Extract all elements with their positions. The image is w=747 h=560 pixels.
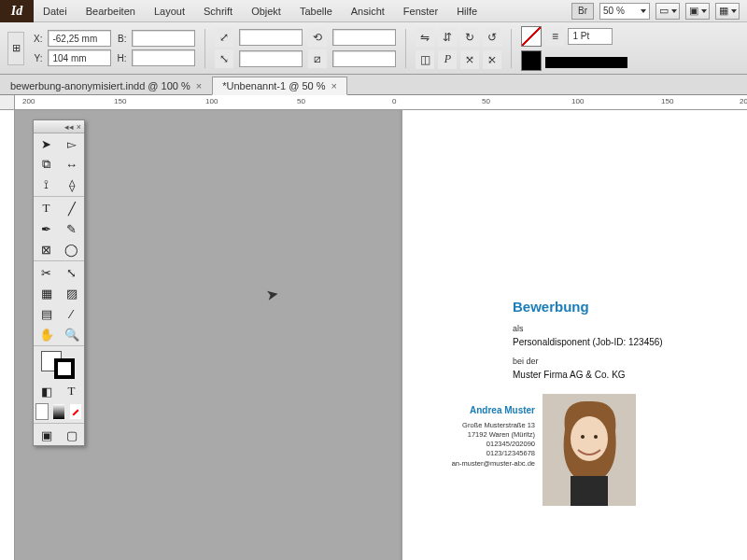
arrange-button[interactable]: ▦ <box>715 3 740 20</box>
ellipse-tool[interactable]: ◯ <box>59 239 84 259</box>
doc-tab-2-label: *Unbenannt-1 @ 50 % <box>222 80 325 91</box>
rotate-input[interactable] <box>332 29 396 46</box>
select-content-icon[interactable]: P <box>438 50 457 69</box>
line-tool[interactable]: ╱ <box>59 198 84 218</box>
toolbox[interactable]: ◂◂× ➤ ▻ ⧉ ↔ ⟟ ⟠ T ╱ ✒ ✎ ⊠ ◯ ✂ ⤡ ▦ ▨ ▤ ⁄ … <box>33 119 85 446</box>
scale-y-input[interactable] <box>239 50 303 67</box>
ruler-tick: 100 <box>205 97 218 105</box>
cover-position: Personaldisponent (Job-ID: 123456) <box>513 337 729 347</box>
menu-schrift[interactable]: Schrift <box>194 0 242 22</box>
flip-v-icon[interactable]: ⇵ <box>438 28 457 47</box>
scale-y-icon: ⤡ <box>215 49 233 68</box>
stroke-swatch[interactable] <box>521 50 542 71</box>
screen-mode-button[interactable]: ▣ <box>685 3 710 20</box>
control-bar: ⊞ X: -62,25 mm B: Y: 104 mm H: ⤢ ⟲ ⤡ ⧄ ⇋… <box>0 22 747 75</box>
pencil-tool[interactable]: ✎ <box>59 218 84 239</box>
reference-point-icon[interactable]: ⊞ <box>7 32 24 65</box>
stroke-style-combo[interactable] <box>545 57 627 68</box>
doc-tab-1[interactable]: bewerbung-anonymisiert.indd @ 100 % × <box>0 77 212 94</box>
menu-datei[interactable]: Datei <box>34 0 77 22</box>
apply-gradient-icon[interactable] <box>52 403 65 420</box>
menu-objekt[interactable]: Objekt <box>242 0 290 22</box>
menu-ansicht[interactable]: Ansicht <box>342 0 394 22</box>
shear-input[interactable] <box>332 50 396 67</box>
pen-tool[interactable]: ✒ <box>34 218 59 239</box>
normal-view-icon[interactable]: ▣ <box>34 425 59 445</box>
shear-icon: ⧄ <box>308 49 327 68</box>
fit-content-icon[interactable]: ⤧ <box>460 50 479 69</box>
toolbox-header[interactable]: ◂◂× <box>34 120 84 133</box>
bridge-button[interactable]: Br <box>571 3 594 20</box>
close-icon[interactable]: × <box>331 80 336 91</box>
hand-tool[interactable]: ✋ <box>34 324 59 344</box>
cover-at: bei der <box>513 357 729 366</box>
free-transform-tool[interactable]: ⤡ <box>59 262 84 283</box>
zoom-value: 50 % <box>603 6 625 16</box>
content-placer-tool[interactable]: ⟠ <box>59 175 84 195</box>
fit-frame-icon[interactable]: ⤪ <box>483 50 501 69</box>
horizontal-ruler[interactable]: 200 150 100 50 0 50 100 150 200 <box>15 95 747 110</box>
cover-as: als <box>513 324 729 333</box>
page[interactable]: Bewerbung als Personaldisponent (Job-ID:… <box>402 110 747 560</box>
menu-bearbeiten[interactable]: Bearbeiten <box>77 0 145 22</box>
rotate-icon: ⟲ <box>308 28 327 47</box>
formatting-container-icon[interactable]: ◧ <box>34 381 59 401</box>
applicant-photo <box>543 394 636 506</box>
vertical-ruler[interactable] <box>0 95 15 560</box>
menu-fenster[interactable]: Fenster <box>394 0 447 22</box>
ruler-tick: 150 <box>661 97 673 105</box>
direct-selection-tool[interactable]: ▻ <box>59 133 84 154</box>
x-input[interactable]: -62,25 mm <box>48 30 111 47</box>
close-icon[interactable]: × <box>196 80 202 91</box>
svg-point-4 <box>594 435 598 439</box>
w-input[interactable] <box>132 30 195 47</box>
menubar: Id Datei Bearbeiten Layout Schrift Objek… <box>0 0 747 22</box>
selection-tool[interactable]: ➤ <box>34 133 59 154</box>
addr-line: 0123/12345678 <box>444 449 535 458</box>
ruler-tick: 0 <box>392 97 396 105</box>
note-tool[interactable]: ▤ <box>34 303 59 324</box>
gradient-swatch-tool[interactable]: ▦ <box>34 283 59 303</box>
rotate-ccw-icon[interactable]: ↺ <box>483 28 501 47</box>
view-mode-button[interactable]: ▭ <box>655 3 680 20</box>
eyedropper-tool[interactable]: ⁄ <box>59 303 84 324</box>
w-label: B: <box>117 34 126 44</box>
stroke-weight-input[interactable]: 1 Pt <box>568 28 613 45</box>
h-input[interactable] <box>132 49 195 66</box>
rotate-cw-icon[interactable]: ↻ <box>460 28 479 47</box>
content-collector-tool[interactable]: ⟟ <box>34 175 59 195</box>
fill-stroke-swatch[interactable] <box>34 347 84 381</box>
preview-view-icon[interactable]: ▢ <box>59 425 84 445</box>
menu-hilfe[interactable]: Hilfe <box>447 0 486 22</box>
addr-line: an-muster@muster-abc.de <box>444 459 535 469</box>
close-icon[interactable]: × <box>77 122 81 132</box>
fill-swatch[interactable] <box>521 26 542 47</box>
menu-layout[interactable]: Layout <box>145 0 194 22</box>
zoom-combo[interactable]: 50 % <box>599 3 650 20</box>
zoom-tool[interactable]: 🔍 <box>59 324 84 344</box>
applicant-name: Andrea Muster <box>444 405 535 415</box>
scale-x-input[interactable] <box>239 29 303 46</box>
ruler-tick: 200 <box>740 97 747 105</box>
rectangle-frame-tool[interactable]: ⊠ <box>34 239 59 259</box>
gap-tool[interactable]: ↔ <box>59 154 84 175</box>
type-tool[interactable]: T <box>34 198 59 218</box>
y-label: Y: <box>34 53 42 63</box>
scissors-tool[interactable]: ✂ <box>34 262 59 283</box>
ruler-tick: 50 <box>297 97 305 105</box>
formatting-text-icon[interactable]: T <box>59 381 84 401</box>
select-container-icon[interactable]: ◫ <box>416 50 434 69</box>
flip-h-icon[interactable]: ⇋ <box>416 28 434 47</box>
pasteboard[interactable]: Bewerbung als Personaldisponent (Job-ID:… <box>15 110 747 560</box>
h-label: H: <box>117 53 126 63</box>
page-tool[interactable]: ⧉ <box>34 154 59 175</box>
collapse-icon[interactable]: ◂◂ <box>64 122 74 132</box>
apply-color-icon[interactable] <box>35 403 49 420</box>
gradient-feather-tool[interactable]: ▨ <box>59 283 84 303</box>
apply-none-icon[interactable] <box>69 403 82 420</box>
y-input[interactable]: 104 mm <box>48 49 111 66</box>
document-tabs: bewerbung-anonymisiert.indd @ 100 % × *U… <box>0 75 747 95</box>
doc-tab-2[interactable]: *Unbenannt-1 @ 50 % × <box>212 77 347 95</box>
ruler-origin[interactable] <box>0 95 15 110</box>
menu-tabelle[interactable]: Tabelle <box>290 0 342 22</box>
